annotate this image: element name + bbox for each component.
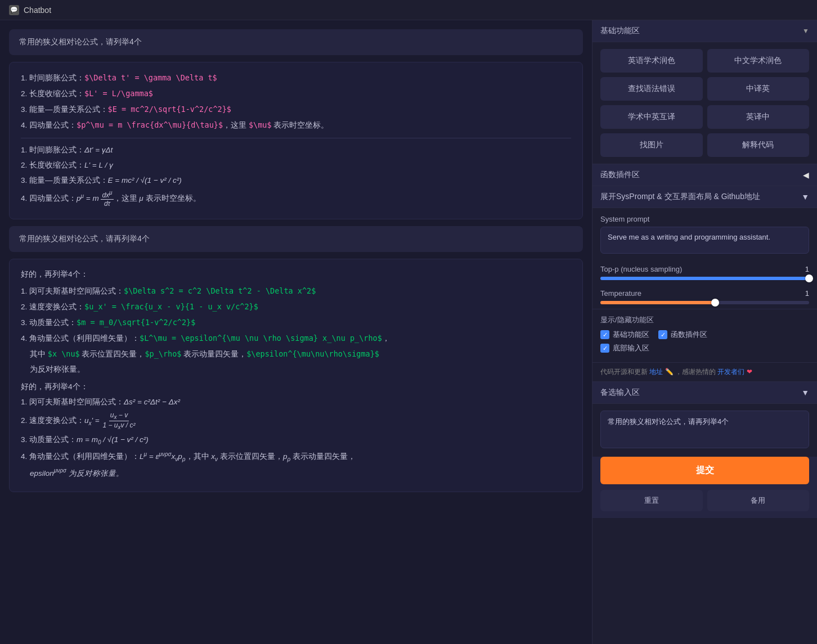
user-message-1: 常用的狭义相对论公式，请列举4个 [9, 29, 583, 55]
temperature-fill [600, 301, 715, 304]
expand-header[interactable]: 展开SysPrompt & 交互界面布局 & Github地址 ▼ [592, 186, 817, 208]
extra-button[interactable]: 备用 [707, 490, 810, 511]
basic-functions-label: 基础功能区 [600, 26, 640, 36]
bottom-buttons: 重置 备用 [592, 490, 817, 518]
formula-line: 3. 能量—质量关系公式：$E = mc^2/\sqrt{1-v^2/c^2}$ [21, 103, 571, 116]
expand-section: 展开SysPrompt & 交互界面布局 & Github地址 ▼ System… [592, 186, 817, 381]
submit-button[interactable]: 提交 [600, 457, 809, 484]
formula-rendered: 3. 能量—质量关系公式：E = mc² / √(1 − v² / c²) [21, 174, 571, 187]
top-p-thumb[interactable] [805, 274, 813, 282]
top-p-track[interactable] [600, 277, 809, 280]
top-bar: 💬 Chatbot [0, 0, 817, 20]
divider [21, 138, 571, 138]
btn-en-to-zh[interactable]: 英译中 [707, 105, 810, 129]
formula-raw: $L' = L/\gamma$ [84, 89, 153, 98]
formula-line: 1. 时间膨胀公式：$\Delta t' = \gamma \Delta t$ [21, 71, 571, 85]
alt-input-section: 备选输入区 ▼ 提交 重置 备用 [592, 381, 817, 518]
checkbox-basic-label: 基础功能区 [613, 330, 649, 340]
plugin-label: 函数插件区 [600, 170, 640, 180]
formula-rendered: 2. 长度收缩公式：L' = L / γ [21, 159, 571, 172]
basic-functions-grid: 英语学术润色 中文学术润色 查找语法错误 中译英 学术中英互译 英译中 找图片 … [592, 42, 817, 164]
expand-label: 展开SysPrompt & 交互界面布局 & Github地址 [600, 192, 760, 202]
visibility-label: 显示/隐藏功能区 [600, 315, 809, 325]
alt-textarea[interactable] [600, 411, 809, 448]
btn-academic-translate[interactable]: 学术中英互译 [600, 105, 703, 129]
app-title: Chatbot [24, 6, 51, 15]
basic-functions-arrow: ▼ [802, 27, 809, 35]
link-text: 代码开源和更新 [600, 368, 648, 376]
plugin-section-header[interactable]: 函数插件区 ◀ [592, 164, 817, 186]
alt-input-label: 备选输入区 [600, 388, 640, 398]
temperature-track[interactable] [600, 301, 809, 304]
expand-arrow: ▼ [801, 192, 809, 201]
top-p-label: Top-p (nucleus sampling) [600, 265, 682, 273]
alt-input-box [592, 404, 817, 457]
system-prompt-area: System prompt Serve me as a writing and … [592, 208, 817, 260]
checkbox-plugin[interactable]: ✓ 函数插件区 [658, 330, 707, 340]
checkbox-bottom[interactable]: ✓ 底部输入区 [600, 343, 649, 353]
formula-rendered: 1. 时间膨胀公式：Δt' = γΔt [21, 144, 571, 157]
alt-input-arrow: ▼ [801, 388, 809, 397]
checkbox-row-1: ✓ 基础功能区 ✓ 函数插件区 [600, 330, 809, 340]
top-p-fill [600, 277, 809, 280]
basic-functions-header[interactable]: 基础功能区 ▼ [592, 20, 817, 42]
heart-icon: ❤ [747, 368, 752, 376]
temperature-value: 1 [805, 289, 809, 298]
formula-raw: $E = mc^2/\sqrt{1-v^2/c^2}$ [108, 105, 231, 114]
btn-english-polish[interactable]: 英语学术润色 [600, 49, 703, 73]
chat-panel: 常用的狭义相对论公式，请列举4个 1. 时间膨胀公式：$\Delta t' = … [0, 20, 592, 644]
assistant-message-1: 1. 时间膨胀公式：$\Delta t' = \gamma \Delta t$ … [9, 62, 583, 219]
checkbox-basic-box[interactable]: ✓ [600, 330, 609, 339]
formula-line: 4. 四动量公式：$p^\mu = m \frac{dx^\mu}{d\tau}… [21, 119, 571, 132]
btn-find-image[interactable]: 找图片 [600, 133, 703, 157]
top-p-row: Top-p (nucleus sampling) 1 [592, 260, 817, 285]
checkbox-bottom-label: 底部输入区 [613, 343, 649, 353]
formula-raw: $p^\mu = m \frac{dx^\mu}{d\tau}$ [77, 120, 223, 129]
temperature-row: Temperature 1 [592, 285, 817, 309]
plugin-arrow: ◀ [803, 170, 809, 179]
checkbox-basic[interactable]: ✓ 基础功能区 [600, 330, 649, 340]
reset-button[interactable]: 重置 [600, 490, 703, 511]
thanks-text: ，感谢热情的 [675, 368, 716, 376]
checkbox-plugin-label: 函数插件区 [671, 330, 707, 340]
source-link[interactable]: 地址 [649, 368, 663, 376]
alt-input-header[interactable]: 备选输入区 ▼ [592, 382, 817, 404]
temperature-thumb[interactable] [711, 299, 719, 307]
main-layout: 常用的狭义相对论公式，请列举4个 1. 时间膨胀公式：$\Delta t' = … [0, 20, 817, 644]
formula-line: 2. 长度收缩公式：$L' = L/\gamma$ [21, 87, 571, 101]
btn-explain-code[interactable]: 解释代码 [707, 133, 810, 157]
formula-raw: $\Delta t' = \gamma \Delta t$ [84, 73, 217, 82]
checkbox-plugin-box[interactable]: ✓ [658, 330, 667, 339]
link-row: 代码开源和更新 地址 ✏️ ，感谢热情的 开发者们 ❤ [592, 362, 817, 381]
btn-chinese-polish[interactable]: 中文学术润色 [707, 49, 810, 73]
sys-prompt-label: System prompt [600, 215, 809, 223]
right-panel: 基础功能区 ▼ 英语学术润色 中文学术润色 查找语法错误 中译英 学术中英互译 … [592, 20, 817, 644]
top-p-value: 1 [805, 265, 809, 273]
contributors-link[interactable]: 开发者们 [717, 368, 744, 376]
checkbox-row-2: ✓ 底部输入区 [600, 343, 809, 353]
assistant-message-2: 好的，再列举4个： 1. 闵可夫斯基时空间隔公式：$\Delta s^2 = c… [9, 259, 583, 492]
temperature-label: Temperature [600, 289, 641, 298]
formula-rendered: 4. 四动量公式：pμ = m dxμdτ，这里 μ 表示时空坐标。 [21, 190, 571, 208]
chatbot-icon: 💬 [9, 5, 19, 15]
btn-zh-to-en[interactable]: 中译英 [707, 77, 810, 101]
sys-prompt-box[interactable]: Serve me as a writing and programming as… [600, 227, 809, 254]
checkbox-bottom-box[interactable]: ✓ [600, 344, 609, 353]
visibility-section: 显示/隐藏功能区 ✓ 基础功能区 ✓ 函数插件区 ✓ 底部输入区 [592, 309, 817, 362]
btn-grammar-check[interactable]: 查找语法错误 [600, 77, 703, 101]
user-message-2: 常用的狭义相对论公式，请再列举4个 [9, 226, 583, 252]
